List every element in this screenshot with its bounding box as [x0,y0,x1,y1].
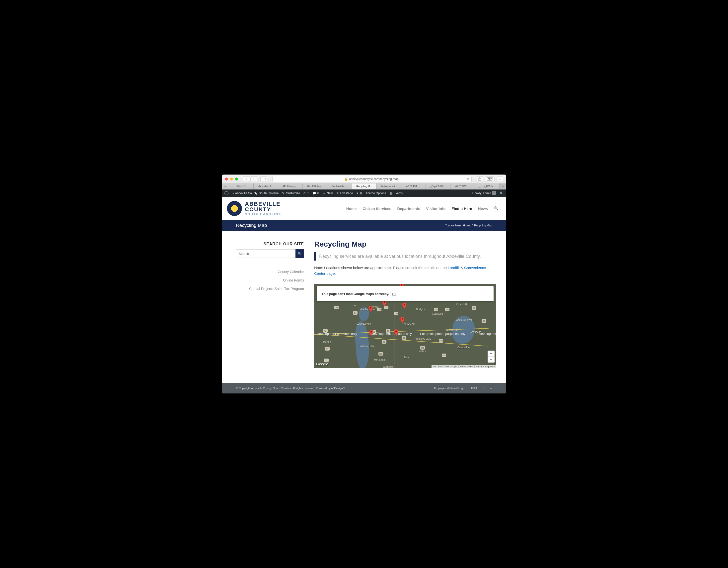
route-shield: 34 [482,319,486,323]
browser-tab[interactable]: Problems wit... [376,183,401,189]
wp-updates[interactable]: ⟳ 1 [303,191,309,195]
browser-tab[interactable]: 47 37 PM -... [450,183,475,189]
breadcrumb-home[interactable]: Home [463,224,470,227]
route-shield: 221 [420,346,425,350]
route-shield: 184 [377,308,381,311]
browser-tab[interactable]: abbeville ‹ A... [254,183,278,189]
svg-point-10 [370,331,372,333]
map-city-label: Hodges [416,308,425,311]
map-pin-icon[interactable] [394,329,398,336]
sidebar-toggle[interactable] [260,176,267,182]
map-pin-icon[interactable] [402,303,407,309]
minimize-window[interactable] [230,177,233,180]
status-dot-icon [360,192,362,194]
map-city-label: Bradley [418,350,426,353]
wp-theme-options[interactable]: Theme Options [366,191,386,195]
search-button[interactable]: 🔍 [295,249,304,258]
browser-tab[interactable]: Credentials -... [327,183,352,189]
search-box: 🔍 [236,249,304,258]
back-button[interactable]: ‹ [243,176,250,182]
sidebar-link[interactable]: Online Forms [236,278,304,282]
facebook-icon[interactable]: f [483,387,484,390]
map-attrib-link[interactable]: Report a map error [474,365,496,368]
search-input[interactable] [236,249,295,258]
more-button[interactable]: ••• [497,176,503,182]
wp-comments[interactable]: 💬 0 [312,191,319,195]
zoom-in-button[interactable]: + [488,351,495,357]
wp-new[interactable]: ＋ New [323,191,333,195]
site-logo[interactable]: ABBEVILLE COUNTY SOUTH CAROLINA [227,201,281,216]
wp-yoast[interactable]: Y [357,191,362,195]
close-window[interactable] [225,177,228,180]
map-city-label: Cross Hill [456,303,467,306]
main-nav: HomeCitizen ServicesDepartmentsVisitor I… [346,206,499,211]
map-zoom-controls: + − [488,351,495,363]
wp-logo[interactable] [224,191,228,195]
wp-customize[interactable]: ✎ Customize [282,191,300,195]
browser-tab[interactable]: API Library -... [278,183,303,189]
nav-search-icon[interactable]: 🔍 [494,206,499,211]
sidebar-link[interactable]: Capital Projects Sales Tax Program [236,287,304,291]
footer-link[interactable]: FOIA [471,387,478,390]
map-city-label: Lake Secession [359,308,376,311]
map-pin-icon[interactable] [369,330,373,336]
map-city-label: Cambridge [457,346,470,349]
browser-tab[interactable]: 46 02 PM -... [401,183,426,189]
sidebar-link[interactable]: County Calendar [236,270,304,274]
browser-window: ‹ › 🔒 abbevillecountysc.com/recycling-ma… [222,174,506,394]
share-button[interactable] [477,176,483,182]
nav-item-news[interactable]: News [478,206,488,211]
footer-links: Employee Webmail LoginFOIAf⌾ [434,387,492,390]
wp-search-icon[interactable]: 🔍 [500,191,504,195]
wp-events[interactable]: ▦ Events [390,191,403,195]
left-sidebar: SEARCH OUR SITE 🔍 County CalendarOnline … [222,231,304,383]
maximize-window[interactable] [235,177,238,180]
wp-edit[interactable]: ✎ Edit Page [336,191,353,195]
svg-point-6 [370,307,371,309]
share-icon [478,177,481,181]
map-city-label: Lowndesville [357,323,371,325]
route-shield: 72 [382,340,386,344]
abp-button[interactable]: ABP [485,176,495,182]
nav-item-departments[interactable]: Departments [397,206,420,211]
browser-tab[interactable]: Get API Key... [303,183,327,189]
browser-tab[interactable]: _zUngEMqN... [475,183,500,189]
map-attrib-link[interactable]: Terms of Use [458,365,474,368]
copyright: © Copyright Abbeville County, South Caro… [236,387,347,390]
svg-point-4 [401,284,402,286]
map-pin-icon[interactable] [400,317,405,323]
sidebar-icon [262,178,266,180]
page-title-strip: Recycling Map You are here: Home / Recyc… [222,220,506,231]
brush-icon: ✎ [282,191,285,195]
nav-item-visitor-info[interactable]: Visitor Info [426,206,445,211]
google-logo: Google [316,362,328,366]
browser-tab[interactable]: N [222,183,229,189]
svg-point-9 [395,331,397,332]
map-data-label: Map data ©2018 Google [432,365,458,368]
zoom-out-button[interactable]: − [488,357,495,363]
browser-tab[interactable]: Recycling M... [352,183,377,189]
reload-icon[interactable]: ⟳ [467,177,469,181]
wp-site-name[interactable]: ⌂ Abbeville County, South Carolina [232,191,279,195]
map-container[interactable]: This page can't load Google Maps correct… [314,284,496,368]
lock-icon: 🔒 [344,177,348,181]
map-city-label: Promised Land [415,337,431,340]
nav-item-find-it-here[interactable]: Find It Here [451,206,472,211]
route-shield: 246 [434,308,438,311]
address-bar[interactable]: 🔒 abbevillecountysc.com/recycling-map/ ⟳ [272,176,472,182]
instagram-icon[interactable]: ⌾ [490,387,492,390]
wp-howdy[interactable]: Howdy, admin [472,191,496,195]
browser-tab[interactable]: _jDqxK7uPh-... [426,183,450,189]
update-icon: ⟳ [303,191,306,195]
browser-tab[interactable]: Plesk O [229,183,254,189]
nav-item-home[interactable]: Home [346,206,357,211]
new-tab-button[interactable]: ＋ [500,183,506,189]
url-text: abbevillecountysc.com/recycling-map/ [349,177,399,181]
map-city-label: Coronaca [432,313,443,315]
nav-item-citizen-services[interactable]: Citizen Services [363,206,391,211]
browser-titlebar: ‹ › 🔒 abbevillecountysc.com/recycling-ma… [222,174,506,183]
forward-button[interactable]: › [250,176,257,182]
map-error-ok[interactable]: Ok [392,292,396,296]
map-pin-icon[interactable] [368,306,373,312]
footer-link[interactable]: Employee Webmail Login [434,387,465,390]
